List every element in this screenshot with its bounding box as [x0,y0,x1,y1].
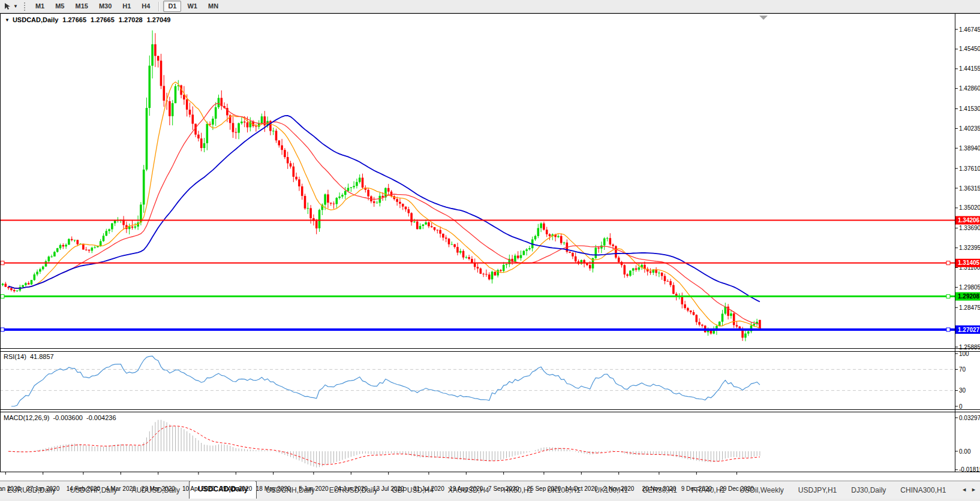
panel-borders [0,13,980,472]
horizontal-lines [0,221,955,331]
timeframe-button-M15[interactable]: M15 [70,1,92,12]
ohlc-high: 1.27665 [91,16,115,23]
cursor-tool-button[interactable]: ▼ [4,2,18,10]
date-axis-ticks[interactable] [5,472,736,475]
axis-badges: 1.342061.314051.292081.27027 [955,216,980,334]
svg-text:1.45450: 1.45450 [959,46,980,52]
timeframe-button-H1[interactable]: H1 [118,1,136,12]
timeframe-button-W1[interactable]: W1 [182,1,202,12]
svg-text:1.36315: 1.36315 [959,185,980,192]
ohlc-low: 1.27028 [119,16,143,23]
svg-text:1.27027: 1.27027 [958,327,980,333]
date-label: 29 Dec 2020 [720,485,754,492]
svg-text:1.31405: 1.31405 [958,259,980,266]
svg-text:30: 30 [959,387,966,394]
svg-text:100: 100 [959,351,969,357]
ma-line-25 [8,104,760,325]
date-label: 13 Jul 2020 [373,485,404,492]
date-label: 25 Sep 2020 [527,485,561,492]
svg-text:1.35020: 1.35020 [959,204,980,211]
rsi-level-lines [0,369,955,390]
svg-text:1.34206: 1.34206 [958,217,980,224]
svg-text:1.28475: 1.28475 [959,304,980,311]
date-label: 27 Jan 2020 [26,485,59,492]
date-label: 14 Feb 2020 [67,485,100,492]
hline-handle-left[interactable] [1,261,4,265]
chart-title: ▼USDCAD,Daily1.276651.276651.270281.2704… [5,16,170,23]
timeframe-button-MN[interactable]: MN [203,1,223,12]
date-label: 9 Dec 2020 [681,485,712,492]
svg-text:0: 0 [959,403,963,410]
timeframe-button-H4[interactable]: H4 [137,1,155,12]
ma-line-50 [8,116,760,302]
chevron-down-icon[interactable]: ▼ [13,4,18,9]
hline-handle-right[interactable] [946,295,950,298]
hline-handle-right[interactable] [946,328,950,331]
ohlc-open: 1.27665 [62,16,86,23]
hline-handle-left[interactable] [1,328,4,331]
toolbar-separator [158,2,160,11]
date-label: 31 Jul 2020 [413,485,444,492]
date-axis[interactable]: 8 Jan 202027 Jan 202014 Feb 20204 Mar 20… [0,485,980,494]
date-label: 5 Jun 2020 [299,485,329,492]
ohlc-close: 1.27049 [147,16,171,23]
toolbar-grip[interactable] [24,2,25,11]
date-label: 20 Nov 2020 [642,485,677,492]
svg-text:1.46745: 1.46745 [959,26,980,33]
svg-text:0.032972: 0.032972 [959,415,980,421]
hline-handle-left[interactable] [1,295,4,298]
macd-indicator-label: MACD(12,26,9)-0.003600-0.004236 [4,414,120,421]
main-chart-svg[interactable]: 1.467451.454501.441551.428601.415301.402… [0,13,980,481]
rsi-value: 41.8857 [30,353,54,360]
cursor-icon [4,2,11,10]
rsi-indicator-label: RSI(14)41.8857 [4,353,58,360]
svg-text:0.00: 0.00 [959,448,971,455]
hline-handle-right[interactable] [946,261,950,265]
symbol-timeframe-label: USDCAD,Daily [13,16,58,23]
date-label: 18 May 2020 [256,485,291,492]
date-label: 29 Apr 2020 [220,485,252,492]
chart-shift-marker[interactable] [759,16,768,20]
timeframe-buttons: M1M5M15M30H1H4D1W1MN [30,1,224,12]
svg-text:1.33690: 1.33690 [959,225,980,231]
macd-signal-value: -0.004236 [86,414,116,421]
ma-line-10 [8,82,760,328]
date-label: 7 Sep 2020 [488,485,519,492]
svg-text:1.37610: 1.37610 [959,165,980,172]
macd-signal-line [8,426,760,464]
svg-text:-0.01815: -0.01815 [959,466,980,473]
timeframe-button-D1[interactable]: D1 [163,1,181,12]
window-bottom-strip [0,499,980,501]
tab-scroll-left-icon[interactable]: ◄ [961,487,967,493]
macd-value: -0.003600 [53,414,83,421]
date-label: 19 Aug 2020 [449,485,483,492]
top-toolbar: ▼ M1M5M15M30H1H4D1W1MN [0,0,980,13]
timeframe-button-M5[interactable]: M5 [50,1,69,12]
svg-text:70: 70 [959,366,966,373]
macd-name: MACD(12,26,9) [4,414,49,421]
rsi-name: RSI(14) [4,353,26,360]
svg-text:1.40235: 1.40235 [959,125,980,132]
candlestick-series [2,31,761,342]
price-axis[interactable]: 1.467451.454501.441551.428601.415301.402… [955,13,980,473]
date-label: 24 Jun 2020 [335,485,368,492]
svg-text:1.29208: 1.29208 [958,293,980,300]
rsi-line [11,356,760,406]
date-label: 4 Mar 2020 [106,485,136,492]
tab-scroll-arrows: ◄ ► [954,481,980,498]
svg-text:1.42860: 1.42860 [959,85,980,92]
date-label: 14 Oct 2020 [565,485,597,492]
date-label: 23 Mar 2020 [142,485,175,492]
date-label: 10 Apr 2020 [182,485,215,492]
collapse-triangle-icon[interactable]: ▼ [5,17,10,23]
svg-text:1.38940: 1.38940 [959,145,980,152]
svg-text:1.32395: 1.32395 [959,245,980,251]
svg-text:1.29805: 1.29805 [959,284,980,291]
timeframe-button-M30[interactable]: M30 [94,1,116,12]
date-label: 2 Nov 2020 [603,485,634,492]
timeframe-button-M1[interactable]: M1 [31,1,49,12]
svg-text:1.41530: 1.41530 [959,105,980,112]
tab-scroll-right-icon[interactable]: ► [971,487,976,493]
macd-histogram [8,420,760,468]
svg-text:1.44155: 1.44155 [959,65,980,72]
